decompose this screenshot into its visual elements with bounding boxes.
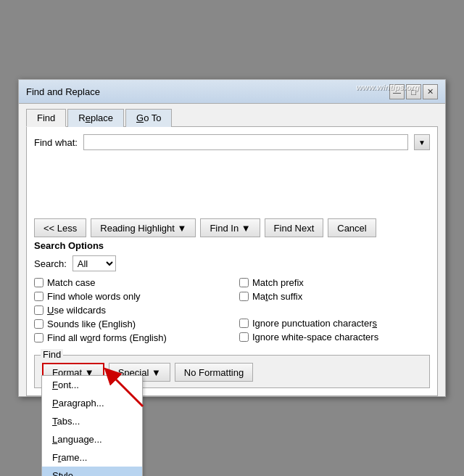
find-section-label: Find (41, 349, 63, 360)
options-right: Match prefix Match suffix Ignore punctua… (225, 277, 430, 343)
dialog-title: Find and Replace (26, 86, 100, 97)
dropdown-style-label: Style... (52, 470, 81, 476)
match-prefix-label: Match prefix (252, 277, 304, 288)
checkbox-ignore-punct: Ignore punctuation characters (239, 318, 430, 329)
checkbox-wildcards: Use wildcards (34, 305, 225, 316)
find-what-dropdown-btn[interactable]: ▼ (414, 134, 430, 150)
match-case-label: Match case (47, 277, 95, 288)
tabs-row: Find Replace Go To (19, 104, 445, 126)
match-prefix-checkbox[interactable] (239, 278, 249, 287)
dropdown-tabs-label: Tabs... (52, 416, 80, 427)
search-label: Search: (34, 258, 67, 269)
tab-goto[interactable]: Go To (125, 109, 172, 127)
tab-find[interactable]: Find (26, 109, 66, 127)
wildcards-checkbox[interactable] (34, 305, 44, 315)
spacer (34, 155, 430, 213)
red-arrow-indicator (103, 366, 146, 410)
search-row: Search: All Up Down (34, 255, 430, 271)
dropdown-frame[interactable]: Frame... (42, 448, 142, 467)
ignore-space-checkbox[interactable] (239, 332, 249, 342)
sounds-like-label: Sounds like (English) (47, 319, 136, 329)
cancel-button[interactable]: Cancel (328, 218, 376, 237)
dropdown-font-label: Font... (52, 379, 79, 390)
find-replace-dialog: Find and Replace www.wintips.org — □ ✕ F… (18, 79, 446, 397)
all-word-forms-checkbox[interactable] (34, 333, 44, 342)
tab-replace[interactable]: Replace (67, 109, 124, 127)
ignore-punct-label: Ignore punctuation characters (252, 318, 377, 329)
title-bar-controls: — □ ✕ (389, 84, 438, 99)
ignore-punct-checkbox[interactable] (239, 319, 249, 328)
wildcards-label: Use wildcards (47, 305, 106, 316)
dropdown-tabs[interactable]: Tabs... (42, 412, 142, 430)
dropdown-language-label: Language... (52, 434, 102, 445)
close-button[interactable]: ✕ (423, 84, 438, 99)
search-select[interactable]: All Up Down (72, 255, 116, 271)
match-case-checkbox[interactable] (34, 278, 44, 287)
less-button[interactable]: << Less (34, 218, 86, 237)
checkbox-ignore-space: Ignore white-space characters (239, 332, 430, 342)
checkbox-match-suffix: Match suffix (239, 291, 430, 302)
find-what-label: Find what: (34, 137, 78, 148)
checkbox-whole-words: Find whole words only (34, 291, 225, 302)
maximize-button[interactable]: □ (406, 84, 421, 99)
buttons-row: << Less Reading Highlight ▼ Find In ▼ Fi… (34, 218, 430, 237)
options-grid: Match case Find whole words only Use wil… (34, 277, 430, 343)
tab-replace-label: Replace (78, 112, 113, 123)
match-suffix-checkbox[interactable] (239, 292, 249, 301)
tab-find-label: Find (37, 112, 55, 123)
dropdown-language[interactable]: Language... (42, 430, 142, 448)
svg-line-1 (110, 374, 143, 406)
checkbox-match-prefix: Match prefix (239, 277, 430, 288)
sounds-like-checkbox[interactable] (34, 319, 44, 329)
find-next-button[interactable]: Find Next (265, 218, 324, 237)
minimize-button[interactable]: — (389, 84, 405, 99)
dropdown-paragraph-label: Paragraph... (52, 398, 104, 409)
options-left: Match case Find whole words only Use wil… (34, 277, 225, 343)
dropdown-frame-label: Frame... (52, 452, 87, 463)
all-word-forms-label: Find all word forms (English) (47, 332, 167, 343)
ignore-space-label: Ignore white-space characters (252, 332, 378, 342)
find-in-button[interactable]: Find In ▼ (200, 218, 260, 237)
find-what-input[interactable] (83, 134, 408, 150)
reading-highlight-button[interactable]: Reading Highlight ▼ (91, 218, 196, 237)
no-formatting-button[interactable]: No Formatting (175, 363, 253, 382)
tab-content: Find what: ▼ << Less Reading Highlight ▼… (26, 126, 438, 396)
dropdown-style[interactable]: Style... (42, 467, 142, 476)
find-what-row: Find what: ▼ (34, 134, 430, 150)
checkbox-sounds-like: Sounds like (English) (34, 319, 225, 329)
checkbox-match-case: Match case (34, 277, 225, 288)
match-suffix-label: Match suffix (252, 291, 302, 302)
search-options-label: Search Options (34, 240, 430, 251)
find-section-wrapper: Find Format ▼ Special ▼ No Formatting Fo… (34, 355, 430, 388)
checkbox-all-word-forms: Find all word forms (English) (34, 332, 225, 343)
title-bar: Find and Replace www.wintips.org — □ ✕ (19, 80, 445, 104)
whole-words-label: Find whole words only (47, 291, 141, 302)
tab-goto-label: Go To (136, 112, 161, 123)
whole-words-checkbox[interactable] (34, 292, 44, 301)
